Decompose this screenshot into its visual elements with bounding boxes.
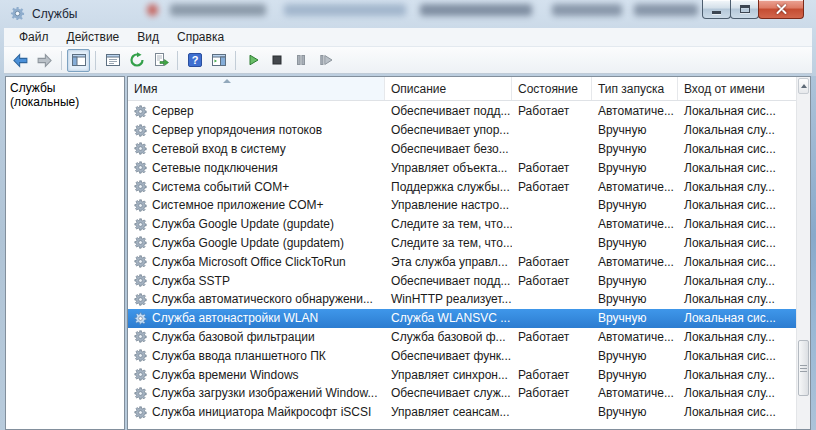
service-name: Система событий COM+ xyxy=(152,180,289,194)
service-description: Следите за тем, что... xyxy=(385,217,512,231)
service-name-cell: Система событий COM+ xyxy=(128,180,385,194)
table-row[interactable]: Служба ввода планшетного ПК Обеспечивает… xyxy=(128,346,796,365)
show-console-tree-button[interactable] xyxy=(67,49,90,72)
forward-button[interactable] xyxy=(33,49,56,72)
service-startup-type: Автоматиче... xyxy=(592,104,678,118)
menu-action[interactable]: Действие xyxy=(58,29,129,45)
service-name-cell: Служба автонастройки WLAN xyxy=(128,311,385,325)
service-logon-as: Локальная слу... xyxy=(678,292,796,306)
table-row[interactable]: Сетевой вход в систему Обеспечивает безо… xyxy=(128,140,796,159)
table-row[interactable]: Сервер Обеспечивает подд... Работает Авт… xyxy=(128,102,796,121)
service-status: Работает xyxy=(512,104,592,118)
service-gear-icon xyxy=(134,406,147,419)
service-description: Обеспечивает служ... xyxy=(385,386,512,400)
glass-reflection xyxy=(170,4,266,16)
column-header-label: Описание xyxy=(391,82,446,96)
service-description: Управляет синхрон... xyxy=(385,368,512,382)
column-header-startup-type[interactable]: Тип запуска xyxy=(592,77,678,100)
service-status: Работает xyxy=(512,180,592,194)
toolbar-separator xyxy=(235,51,236,70)
table-row[interactable]: Служба автонастройки WLAN Служба WLANSVC… xyxy=(128,309,796,328)
table-row[interactable]: Служба Google Update (gupdate) Следите з… xyxy=(128,215,796,234)
minimize-icon xyxy=(712,11,721,14)
vertical-scrollbar[interactable] xyxy=(796,77,810,429)
properties-button[interactable] xyxy=(101,49,124,72)
table-row[interactable]: Система событий COM+ Поддержка службы...… xyxy=(128,177,796,196)
restart-service-button[interactable] xyxy=(313,49,336,72)
menu-view[interactable]: Вид xyxy=(128,29,168,45)
sort-ascending-icon xyxy=(223,79,231,83)
service-startup-type: Вручную xyxy=(592,311,678,325)
table-row[interactable]: Служба Google Update (gupdatem) Следите … xyxy=(128,234,796,253)
tree-item-services-local[interactable]: Службы (локальные) xyxy=(10,81,124,109)
titlebar: Службы xyxy=(0,0,816,28)
glass-reflection xyxy=(147,4,158,16)
table-row[interactable]: Служба времени Windows Управляет синхрон… xyxy=(128,365,796,384)
service-startup-type: Автоматиче... xyxy=(592,255,678,269)
minimize-button[interactable] xyxy=(702,0,731,19)
action-pane-icon xyxy=(211,52,227,68)
service-name: Служба времени Windows xyxy=(152,368,299,382)
service-status: Работает xyxy=(512,274,592,288)
table-row[interactable]: Служба автоматического обнаружени... Win… xyxy=(128,290,796,309)
service-description: Обеспечивает подд... xyxy=(385,104,512,118)
menu-file[interactable]: Файл xyxy=(10,29,58,45)
service-name: Служба загрузки изображений Window... xyxy=(152,386,378,400)
column-header-logon-as[interactable]: Вход от имени xyxy=(678,77,796,100)
service-logon-as: Локальная слу... xyxy=(678,274,796,288)
table-row[interactable]: Сервер упорядочения потоков Обеспечивает… xyxy=(128,121,796,140)
service-gear-icon xyxy=(134,293,147,306)
service-gear-icon xyxy=(134,368,147,381)
service-status: Работает xyxy=(512,386,592,400)
scrollbar-thumb[interactable] xyxy=(798,340,809,396)
menubar: Файл Действие Вид Справка xyxy=(4,28,812,47)
service-gear-icon xyxy=(134,274,147,287)
table-row[interactable]: Служба SSTP Обеспечивает подд... Работае… xyxy=(128,271,796,290)
scroll-up-icon xyxy=(801,84,807,88)
show-action-pane-button[interactable] xyxy=(207,49,230,72)
table-row[interactable]: Служба Microsoft Office ClickToRun Эта с… xyxy=(128,252,796,271)
service-startup-type: Вручную xyxy=(592,198,678,212)
service-name-cell: Служба инициатора Майкрософт iSCSI xyxy=(128,405,385,419)
maximize-icon xyxy=(740,5,750,13)
service-description: Управление настро... xyxy=(385,198,512,212)
service-gear-icon xyxy=(134,218,147,231)
table-row[interactable]: Сетевые подключения Управляет объекта...… xyxy=(128,158,796,177)
service-name-cell: Служба времени Windows xyxy=(128,368,385,382)
help-button[interactable]: ? xyxy=(183,49,206,72)
service-description: Обеспечивает упор... xyxy=(385,123,512,137)
table-row[interactable]: Служба инициатора Майкрософт iSCSI Управ… xyxy=(128,403,796,422)
export-list-button[interactable] xyxy=(149,49,172,72)
column-header-status[interactable]: Состояние xyxy=(512,77,592,100)
scrollbar-grip-icon xyxy=(800,365,807,372)
service-startup-type: Автоматиче... xyxy=(592,330,678,344)
service-logon-as: Локальная сис... xyxy=(678,236,796,250)
scroll-up-button[interactable] xyxy=(798,78,809,94)
service-description: Служба базовой ф... xyxy=(385,330,512,344)
refresh-button[interactable] xyxy=(125,49,148,72)
service-logon-as: Локальная сис... xyxy=(678,104,796,118)
service-name: Сетевой вход в систему xyxy=(152,142,286,156)
properties-icon xyxy=(105,52,121,68)
back-button[interactable] xyxy=(9,49,32,72)
menu-help[interactable]: Справка xyxy=(168,29,233,45)
column-header-name[interactable]: Имя xyxy=(128,77,385,100)
glass-reflection xyxy=(284,4,406,16)
start-service-button[interactable] xyxy=(241,49,264,72)
table-row[interactable]: Системное приложение COM+ Управление нас… xyxy=(128,196,796,215)
service-status: Работает xyxy=(512,161,592,175)
pause-service-button[interactable] xyxy=(289,49,312,72)
table-row[interactable]: Служба загрузки изображений Window... Об… xyxy=(128,384,796,403)
service-status: Работает xyxy=(512,368,592,382)
maximize-button[interactable] xyxy=(730,0,759,19)
close-button[interactable] xyxy=(758,0,804,19)
service-description: Обеспечивает безо... xyxy=(385,142,512,156)
service-startup-type: Вручную xyxy=(592,349,678,363)
stop-service-button[interactable] xyxy=(265,49,288,72)
table-row[interactable]: Служба базовой фильтрации Служба базовой… xyxy=(128,328,796,347)
window-title: Службы xyxy=(32,7,77,21)
service-name: Служба базовой фильтрации xyxy=(152,330,315,344)
service-name: Системное приложение COM+ xyxy=(152,198,324,212)
column-header-description[interactable]: Описание xyxy=(385,77,512,100)
toolbar-separator xyxy=(177,51,178,70)
